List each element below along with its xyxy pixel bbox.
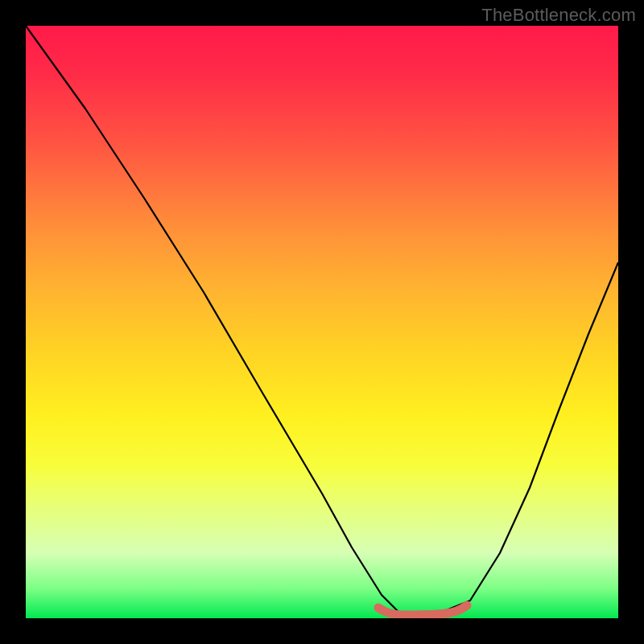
plot-area <box>26 26 618 618</box>
watermark-text: TheBottleneck.com <box>481 5 636 26</box>
curve-path <box>26 26 618 613</box>
chart-frame: TheBottleneck.com <box>0 0 644 644</box>
bottleneck-curve <box>26 26 618 618</box>
